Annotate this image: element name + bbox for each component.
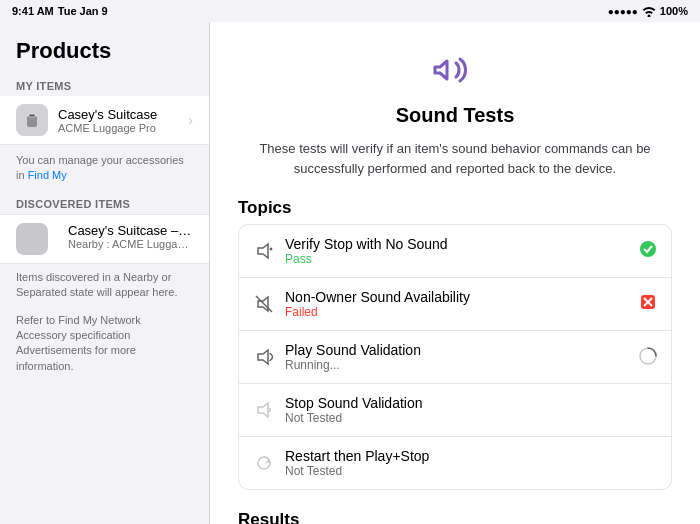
discovered-header: Discovered Items <box>0 192 209 214</box>
sidebar-item-discovered[interactable]: Casey's Suitcase – AA:BB:CC:... Nearby :… <box>0 214 209 264</box>
discovered-item-name: Casey's Suitcase – AA:BB:CC:... <box>68 223 193 238</box>
chevron-right-icon: › <box>188 112 193 128</box>
status-date: Tue Jan 9 <box>58 5 108 17</box>
find-my-link[interactable]: Find My <box>28 169 67 181</box>
svg-rect-0 <box>27 116 37 127</box>
status-signal: ●●●●● <box>608 6 638 17</box>
discovered-helper-2: Refer to Find My Network Accessory speci… <box>0 307 209 381</box>
status-battery: 100% <box>660 5 688 17</box>
topics-section-header: Topics <box>238 198 672 218</box>
svg-marker-2 <box>258 244 268 258</box>
status-time: 9:41 AM <box>12 5 54 17</box>
sidebar-title: Products <box>0 34 209 74</box>
wifi-icon <box>642 6 656 17</box>
main-layout: Products My Items Casey's Suitcase ACME … <box>0 22 700 524</box>
restart-icon <box>253 452 275 474</box>
topic-item: Verify Stop with No Sound Pass <box>239 225 671 278</box>
find-my-helper: You can manage your accessories in Find … <box>0 145 209 192</box>
status-bar: 9:41 AM Tue Jan 9 ●●●●● 100% <box>0 0 700 22</box>
sidebar: Products My Items Casey's Suitcase ACME … <box>0 22 210 524</box>
svg-point-5 <box>640 241 656 257</box>
topic-item: Non-Owner Sound Availability Failed <box>239 278 671 331</box>
topic-5-text: Restart then Play+Stop Not Tested <box>285 448 649 478</box>
svg-marker-13 <box>258 403 268 417</box>
topic-2-text: Non-Owner Sound Availability Failed <box>285 289 631 319</box>
my-item-name: Casey's Suitcase <box>58 107 184 122</box>
sound-speaker-icon <box>427 42 483 98</box>
svg-marker-11 <box>258 350 268 364</box>
topics-list: Verify Stop with No Sound Pass Non-Owner… <box>238 224 672 490</box>
sidebar-item-my-suitcase[interactable]: Casey's Suitcase ACME Luggage Pro › <box>0 96 209 145</box>
topic-item: Stop Sound Validation Not Tested <box>239 384 671 437</box>
topic-3-indicator <box>639 347 657 368</box>
discovered-item-text: Casey's Suitcase – AA:BB:CC:... Nearby :… <box>68 223 193 250</box>
topic-item: Play Sound Validation Running... <box>239 331 671 384</box>
mute-icon <box>253 240 275 262</box>
suitcase-icon <box>16 104 48 136</box>
discovered-item-sub: Nearby : ACME Luggage Pro <box>68 238 193 250</box>
topic-1-text: Verify Stop with No Sound Pass <box>285 236 631 266</box>
detail-description: These tests will verify if an item's sou… <box>238 139 672 178</box>
detail-header: Sound Tests <box>238 42 672 127</box>
detail-title: Sound Tests <box>396 104 515 127</box>
detail-pane: Sound Tests These tests will verify if a… <box>210 22 700 524</box>
sound-icon <box>253 346 275 368</box>
topic-4-text: Stop Sound Validation Not Tested <box>285 395 649 425</box>
topic-2-indicator <box>639 293 657 315</box>
my-item-sub: ACME Luggage Pro <box>58 122 184 134</box>
topic-3-text: Play Sound Validation Running... <box>285 342 631 372</box>
topic-item: Restart then Play+Stop Not Tested <box>239 437 671 489</box>
stop-sound-icon <box>253 399 275 421</box>
discovered-helper-1: Items discovered in a Nearby or Separate… <box>0 264 209 307</box>
discovered-icon <box>16 223 48 255</box>
svg-rect-1 <box>29 114 35 117</box>
my-items-header: My Items <box>0 74 209 96</box>
mute-slash-icon <box>253 293 275 315</box>
results-section-header: Results <box>238 510 672 524</box>
my-item-text: Casey's Suitcase ACME Luggage Pro <box>58 107 184 134</box>
topic-1-indicator <box>639 240 657 262</box>
